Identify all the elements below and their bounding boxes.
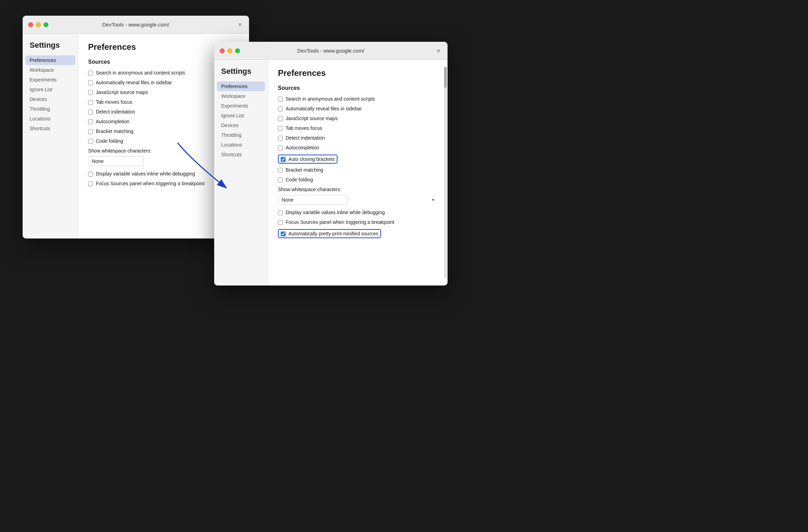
- sidebar-item-shortcuts-1[interactable]: Shortcuts: [23, 124, 78, 133]
- auto-closing-highlight-box: Auto closing brackets: [278, 155, 337, 164]
- checkbox-detectindent-2: Detect indentation: [278, 135, 438, 141]
- auto-pretty-highlight-box: Automatically pretty print minified sour…: [278, 229, 381, 238]
- scrollbar-thumb-2: [444, 67, 447, 88]
- whitespace-label-2: Show whitespace characters:: [278, 187, 438, 192]
- checkbox-autocomplete-label-2: Autocompletion: [286, 145, 319, 150]
- checkbox-displayvars-input-1[interactable]: [88, 172, 93, 177]
- titlebar-title-2: DevTools - www.google.com/: [297, 48, 365, 54]
- checkbox-search-anon-input-2[interactable]: [278, 97, 283, 102]
- checkbox-reveal-input-2[interactable]: [278, 107, 283, 111]
- whitespace-select-wrapper-2: None All Trailing ▼: [278, 195, 438, 205]
- checkbox-sourcemaps-label-1: JavaScript source maps: [96, 89, 148, 95]
- checkbox-codefolding-input-2[interactable]: [278, 178, 283, 182]
- checkbox-reveal-input-1[interactable]: [88, 80, 93, 85]
- checkbox-bracketmatch-input-1[interactable]: [88, 129, 93, 134]
- sources-section-2: Sources: [278, 85, 438, 91]
- checkbox-reveal-label-1: Automatically reveal files in sidebar: [96, 80, 172, 85]
- checkbox-autocomplete-label-1: Autocompletion: [96, 119, 130, 124]
- checkbox-codefolding-label-2: Code folding: [286, 177, 313, 182]
- checkbox-detectindent-input-2[interactable]: [278, 136, 283, 141]
- sidebar-item-throttling-1[interactable]: Throttling: [23, 104, 78, 114]
- checkbox-bracketmatch-2: Bracket matching: [278, 167, 438, 173]
- checkbox-displayvars-2: Display variable values inline while deb…: [278, 210, 438, 215]
- checkbox-bracketmatch-input-2[interactable]: [278, 168, 283, 173]
- checkbox-search-anon-label-2: Search in anonymous and content scripts: [286, 96, 375, 102]
- checkbox-codefolding-input-1[interactable]: [88, 139, 93, 144]
- checkbox-detectindent-label-2: Detect indentation: [286, 135, 325, 141]
- sidebar-item-devices-1[interactable]: Devices: [23, 94, 78, 104]
- window-body-2: Settings Preferences Workspace Experimen…: [214, 60, 448, 285]
- sidebar-item-experiments-2[interactable]: Experiments: [214, 101, 268, 111]
- checkbox-reveal-2: Automatically reveal files in sidebar: [278, 106, 438, 111]
- close-button-2[interactable]: ×: [435, 47, 442, 54]
- whitespace-select-2[interactable]: None All Trailing: [278, 195, 348, 205]
- checkbox-sourcemaps-label-2: JavaScript source maps: [286, 116, 337, 121]
- sidebar-item-locations-2[interactable]: Locations: [214, 140, 268, 150]
- maximize-traffic-light-2[interactable]: [235, 48, 240, 53]
- sidebar-1: Settings Preferences Workspace Experimen…: [23, 34, 78, 238]
- checkbox-displayvars-label-2: Display variable values inline while deb…: [286, 210, 385, 215]
- checkbox-autocomplete-input-1[interactable]: [88, 119, 93, 124]
- sidebar-item-throttling-2[interactable]: Throttling: [214, 130, 268, 140]
- sidebar-item-workspace-1[interactable]: Workspace: [23, 65, 78, 75]
- titlebar-1: DevTools - www.google.com/ ×: [23, 16, 249, 34]
- sidebar-item-shortcuts-2[interactable]: Shortcuts: [214, 150, 268, 159]
- checkbox-sourcemaps-input-2[interactable]: [278, 116, 283, 121]
- checkbox-tabfocus-input-1[interactable]: [88, 100, 93, 105]
- sidebar-item-devices-2[interactable]: Devices: [214, 120, 268, 130]
- sidebar-item-experiments-1[interactable]: Experiments: [23, 75, 78, 85]
- sidebar-item-ignorelist-1[interactable]: Ignore List: [23, 85, 78, 94]
- checkbox-displayvars-input-2[interactable]: [278, 210, 283, 215]
- checkbox-focussources-input-2[interactable]: [278, 220, 283, 225]
- minimize-traffic-light-1[interactable]: [36, 22, 41, 27]
- checkbox-detectindent-label-1: Detect indentation: [96, 109, 135, 115]
- close-traffic-light-1[interactable]: [28, 22, 33, 27]
- checkbox-autoclosing-input-2[interactable]: [281, 157, 286, 162]
- checkbox-autopretty-label-2: Automatically pretty print minified sour…: [288, 231, 378, 236]
- checkbox-focussources-label-1: Focus Sources panel when triggering a br…: [96, 181, 204, 186]
- whitespace-select-1[interactable]: None All Trailing: [88, 156, 144, 166]
- checkbox-autocomplete-input-2[interactable]: [278, 146, 283, 150]
- sidebar-item-ignorelist-2[interactable]: Ignore List: [214, 111, 268, 120]
- minimize-traffic-light-2[interactable]: [227, 48, 232, 53]
- checkbox-autopretty-input-2[interactable]: [281, 232, 286, 236]
- titlebar-2: DevTools - www.google.com/ ×: [214, 42, 448, 60]
- checkbox-codefolding-2: Code folding: [278, 177, 438, 182]
- checkbox-sourcemaps-input-1[interactable]: [88, 90, 93, 95]
- scrollbar-2[interactable]: [444, 67, 447, 279]
- close-traffic-light-2[interactable]: [220, 48, 225, 53]
- checkbox-search-anon-label-1: Search in anonymous and content scripts: [96, 70, 185, 76]
- sidebar-item-locations-1[interactable]: Locations: [23, 114, 78, 124]
- checkbox-codefolding-label-1: Code folding: [96, 138, 123, 144]
- close-button-1[interactable]: ×: [236, 21, 243, 28]
- checkbox-autoclosing-2: Auto closing brackets: [278, 155, 438, 164]
- sidebar-title-2: Settings: [214, 67, 268, 81]
- sidebar-2: Settings Preferences Workspace Experimen…: [214, 60, 268, 285]
- checkbox-bracketmatch-label-1: Bracket matching: [96, 128, 133, 134]
- checkbox-search-anon-input-1[interactable]: [88, 71, 93, 76]
- checkbox-tabfocus-label-1: Tab moves focus: [96, 99, 132, 105]
- sidebar-item-workspace-2[interactable]: Workspace: [214, 91, 268, 101]
- content-title-2: Preferences: [278, 68, 438, 78]
- maximize-traffic-light-1[interactable]: [44, 22, 48, 27]
- content-2: Preferences Sources Search in anonymous …: [268, 60, 448, 285]
- checkbox-search-anon-2: Search in anonymous and content scripts: [278, 96, 438, 102]
- checkbox-sourcemaps-2: JavaScript source maps: [278, 116, 438, 121]
- checkbox-focussources-2: Focus Sources panel when triggering a br…: [278, 219, 438, 225]
- checkbox-detectindent-input-1[interactable]: [88, 110, 93, 115]
- select-arrow-icon-2: ▼: [431, 198, 435, 202]
- sidebar-item-preferences-1[interactable]: Preferences: [25, 55, 75, 65]
- checkbox-tabfocus-input-2[interactable]: [278, 126, 283, 131]
- devtools-window-2: DevTools - www.google.com/ × Settings Pr…: [214, 42, 448, 285]
- checkbox-displayvars-label-1: Display variable values inline while deb…: [96, 171, 195, 177]
- checkbox-tabfocus-2: Tab moves focus: [278, 125, 438, 131]
- checkbox-focussources-label-2: Focus Sources panel when triggering a br…: [286, 219, 394, 225]
- titlebar-title-1: DevTools - www.google.com/: [102, 22, 170, 28]
- checkbox-autoclosing-label-2: Auto closing brackets: [288, 156, 335, 162]
- checkbox-bracketmatch-label-2: Bracket matching: [286, 167, 323, 173]
- checkbox-tabfocus-label-2: Tab moves focus: [286, 125, 322, 131]
- sidebar-item-preferences-2[interactable]: Preferences: [217, 81, 265, 91]
- checkbox-focussources-input-1[interactable]: [88, 181, 93, 186]
- traffic-lights-2: [220, 48, 240, 53]
- checkbox-autopretty-2: Automatically pretty print minified sour…: [278, 229, 438, 238]
